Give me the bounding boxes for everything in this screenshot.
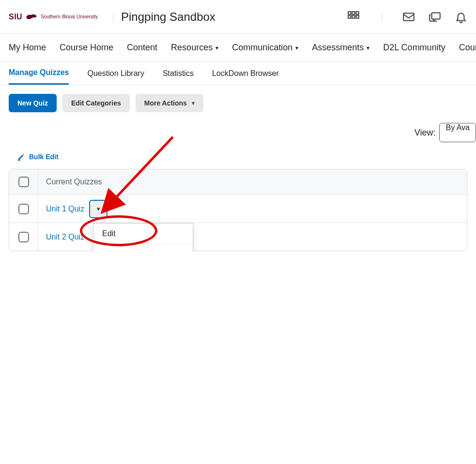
nav-d2l-community[interactable]: D2L Community: [383, 43, 445, 53]
nav-my-home[interactable]: My Home: [9, 43, 46, 53]
quiz-tabs: Manage Quizzes Question Library Statisti…: [0, 62, 476, 85]
chevron-down-icon: ▾: [215, 45, 218, 51]
actions-row: New Quiz Edit Categories More Actions ▾: [0, 85, 476, 121]
table-row: Unit 2 Quiz ▾: [9, 223, 467, 251]
nav-content[interactable]: Content: [127, 43, 157, 53]
chevron-down-icon: ▾: [97, 205, 100, 212]
menu-edit[interactable]: Edit: [93, 224, 193, 244]
row-check-cell: [9, 223, 38, 251]
select-all-cell: [9, 169, 38, 195]
quiz-link[interactable]: Unit 2 Quiz: [46, 233, 84, 241]
quiz-link[interactable]: Unit 1 Quiz: [46, 205, 84, 213]
more-actions-button[interactable]: More Actions ▾: [136, 94, 203, 112]
top-header: SIU Southern Illinois University ⋮ Pingp…: [0, 0, 476, 34]
svg-rect-5: [356, 15, 358, 18]
view-label: View:: [415, 128, 436, 138]
apps-icon[interactable]: [347, 11, 360, 23]
quiz-table: Current Quizzes Unit 1 Quiz ▾ Edit Hide …: [9, 169, 467, 251]
chevron-down-icon: ▾: [295, 45, 298, 51]
svg-rect-2: [356, 12, 358, 14]
top-icon-group: ⋮: [347, 11, 467, 23]
view-row: View: By Ava: [0, 121, 476, 151]
svg-rect-3: [348, 15, 351, 18]
tab-question-library[interactable]: Question Library: [87, 62, 144, 85]
logo-mark: SIU: [9, 13, 22, 21]
table-row: Unit 1 Quiz ▾ Edit Hide from Users Previ…: [9, 195, 467, 223]
new-quiz-button[interactable]: New Quiz: [9, 94, 57, 112]
view-select[interactable]: By Ava: [439, 123, 476, 142]
table-header-row: Current Quizzes: [9, 169, 467, 195]
bell-icon[interactable]: [455, 11, 467, 23]
edit-icon: [17, 153, 25, 161]
column-header-name: Current Quizzes: [38, 178, 110, 186]
divider-dots: ⋮: [109, 12, 117, 22]
row-check-cell: [9, 195, 38, 223]
main-nav: My Home Course Home Content Resources▾ C…: [0, 34, 476, 62]
bulk-edit-link[interactable]: Bulk Edit: [17, 153, 59, 161]
nav-course-admin[interactable]: Course Admin: [459, 43, 476, 53]
chat-icon[interactable]: [429, 11, 441, 23]
quiz-actions-button[interactable]: ▾: [89, 200, 107, 218]
quiz-actions-menu: Edit Hide from Users Preview Delete Copy…: [93, 223, 193, 251]
chevron-down-icon: ▾: [192, 100, 195, 106]
chevron-down-icon: ▾: [367, 45, 369, 51]
svg-rect-6: [403, 13, 414, 20]
select-all-checkbox[interactable]: [18, 177, 29, 187]
bulk-edit-label: Bulk Edit: [29, 153, 59, 161]
edit-categories-button[interactable]: Edit Categories: [62, 94, 130, 112]
nav-communication[interactable]: Communication▾: [232, 43, 298, 53]
brand-logo[interactable]: SIU Southern Illinois University: [9, 13, 98, 21]
menu-hide[interactable]: Hide from Users: [93, 244, 193, 251]
nav-resources[interactable]: Resources▾: [171, 43, 218, 53]
svg-rect-4: [352, 15, 354, 18]
course-title[interactable]: Pingping Sandbox: [121, 10, 215, 24]
nav-assessments[interactable]: Assessments▾: [312, 43, 369, 53]
saluki-icon: [25, 13, 38, 21]
logo-subtext: Southern Illinois University: [41, 14, 98, 19]
row-checkbox[interactable]: [18, 204, 29, 214]
divider-dots-2: ⋮: [377, 12, 385, 22]
nav-course-home[interactable]: Course Home: [60, 43, 113, 53]
svg-rect-0: [348, 12, 351, 14]
more-actions-label: More Actions: [144, 99, 187, 107]
bulk-row: Bulk Edit: [0, 151, 476, 169]
tab-manage-quizzes[interactable]: Manage Quizzes: [9, 62, 69, 85]
tab-statistics[interactable]: Statistics: [163, 62, 194, 85]
mail-icon[interactable]: [402, 11, 415, 23]
svg-rect-1: [352, 12, 354, 14]
tab-lockdown-browser[interactable]: LockDown Browser: [212, 62, 279, 85]
row-checkbox[interactable]: [18, 232, 29, 242]
